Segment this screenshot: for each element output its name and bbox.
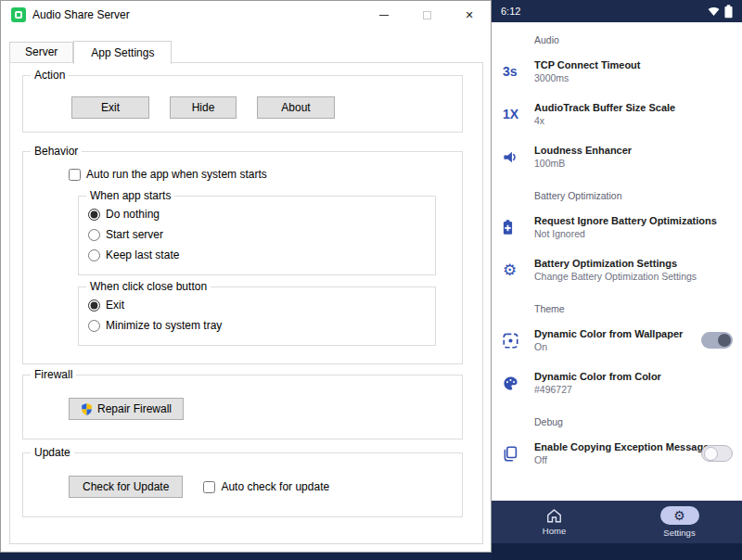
loudness-enhancer-item[interactable]: Loudness Enhancer 100mB	[492, 135, 742, 178]
minimize-button[interactable]	[363, 1, 405, 29]
section-header-theme: Theme	[492, 291, 742, 319]
behavior-group-label: Behavior	[31, 145, 82, 158]
android-settings-screen: 6:12 Audio 3s TCP Connect Timeout 3000ms…	[492, 0, 742, 560]
firewall-group: Firewall Repair Firewall	[22, 375, 463, 439]
item-title: Enable Copying Exception Message	[534, 441, 696, 452]
auto-check-update-label: Auto check for update	[221, 480, 329, 493]
item-title: TCP Connect Timeout	[534, 59, 733, 70]
item-subtitle: Off	[534, 454, 696, 465]
tab-bar: Server App Settings	[9, 40, 172, 63]
battery-icon	[503, 220, 534, 235]
check-for-update-button[interactable]: Check for Update	[69, 476, 183, 498]
nav-settings-label: Settings	[663, 528, 695, 538]
home-icon	[546, 508, 562, 523]
audiotrack-buffer-item[interactable]: 1X AudioTrack Buffer Size Scale 4x	[492, 93, 742, 135]
section-header-audio: Audio	[492, 22, 742, 50]
radio-close-exit-row[interactable]: Exit	[88, 299, 435, 312]
dynamic-color-color-item[interactable]: Dynamic Color from Color #496727	[492, 362, 742, 404]
window-title: Audio Share Server	[32, 8, 130, 21]
radio-start-server-row[interactable]: Start server	[88, 228, 435, 241]
auto-check-update-checkbox[interactable]	[203, 481, 215, 493]
radio-minimize-tray-label: Minimize to system tray	[106, 319, 222, 332]
settings-gear-icon: ⚙	[673, 509, 685, 522]
item-subtitle: #496727	[534, 384, 733, 395]
update-group: Update Check for Update Auto check for u…	[22, 452, 463, 517]
dynamic-wallpaper-text: Dynamic Color from Wallpaper On	[534, 328, 696, 352]
maximize-icon	[423, 11, 431, 19]
item-subtitle: Change Battery Optimization Settings	[534, 271, 733, 282]
action-group-label: Action	[31, 69, 69, 82]
exit-button[interactable]: Exit	[71, 96, 149, 119]
when-close-button-label: When click close button	[86, 280, 211, 293]
repair-firewall-button[interactable]: Repair Firewall	[69, 398, 184, 420]
palette-icon	[503, 375, 534, 391]
autorun-checkbox[interactable]	[69, 169, 81, 181]
nav-settings-pill: ⚙	[660, 506, 699, 525]
autorun-label: Auto run the app when system starts	[86, 168, 267, 181]
item-title: Dynamic Color from Wallpaper	[534, 328, 696, 339]
item-subtitle: 4x	[534, 115, 733, 126]
when-app-starts-group: When app starts Do nothing Start server …	[78, 196, 436, 275]
battery-optimization-settings-item[interactable]: ⚙ Battery Optimization Settings Change B…	[492, 248, 742, 291]
radio-do-nothing[interactable]	[88, 209, 100, 221]
dynamic-color-wallpaper-item[interactable]: Dynamic Color from Wallpaper On	[492, 319, 742, 362]
close-button[interactable]: ✕	[448, 1, 491, 29]
tcp-timeout-text: TCP Connect Timeout 3000ms	[534, 59, 733, 83]
item-subtitle: Not Ignored	[534, 228, 733, 239]
hide-button[interactable]: Hide	[170, 96, 237, 119]
tcp-connect-timeout-item[interactable]: 3s TCP Connect Timeout 3000ms	[492, 50, 742, 93]
item-title: Loudness Enhancer	[534, 145, 733, 156]
firewall-group-label: Firewall	[31, 368, 76, 381]
minimize-icon	[379, 15, 389, 16]
radio-do-nothing-label: Do nothing	[106, 208, 160, 221]
copy-exception-toggle[interactable]	[701, 445, 733, 462]
radio-minimize-tray-row[interactable]: Minimize to system tray	[88, 319, 435, 332]
radio-start-server[interactable]	[88, 229, 100, 241]
window-controls: ✕	[363, 1, 491, 29]
radio-do-nothing-row[interactable]: Do nothing	[88, 208, 435, 221]
radio-minimize-tray[interactable]	[88, 320, 100, 332]
status-time: 6:12	[501, 6, 520, 17]
nav-settings[interactable]: ⚙ Settings	[617, 501, 742, 543]
ignore-battery-text: Request Ignore Battery Optimizations Not…	[534, 215, 733, 239]
buffer-scale-text: AudioTrack Buffer Size Scale 4x	[534, 102, 733, 126]
dynamic-wallpaper-toggle[interactable]	[701, 332, 733, 349]
behavior-group: Behavior Auto run the app when system st…	[22, 151, 463, 364]
nav-home[interactable]: Home	[492, 501, 617, 543]
item-title: Battery Optimization Settings	[534, 258, 733, 269]
wifi-icon	[708, 6, 720, 17]
gesture-bar	[492, 543, 742, 560]
uac-shield-icon	[81, 402, 93, 416]
close-icon: ✕	[465, 9, 473, 21]
item-subtitle: 3000ms	[534, 72, 733, 83]
radio-start-server-label: Start server	[106, 228, 163, 241]
titlebar: Audio Share Server ✕	[1, 1, 491, 29]
settings-list: Audio 3s TCP Connect Timeout 3000ms 1X A…	[492, 22, 742, 501]
tab-server[interactable]: Server	[9, 42, 73, 62]
radio-keep-last-state-row[interactable]: Keep last state	[88, 248, 435, 261]
item-title: Request Ignore Battery Optimizations	[534, 215, 733, 226]
tcp-timeout-icon: 3s	[503, 64, 534, 79]
buffer-scale-icon: 1X	[503, 107, 534, 121]
copy-exception-item[interactable]: Enable Copying Exception Message Off	[492, 432, 742, 475]
app-settings-panel: Action Exit Hide About Behavior Auto run…	[9, 62, 483, 544]
about-button[interactable]: About	[257, 96, 335, 119]
status-battery-icon	[724, 5, 733, 19]
radio-close-exit[interactable]	[88, 299, 100, 312]
item-title: Dynamic Color from Color	[534, 371, 733, 382]
gear-icon: ⚙	[503, 262, 534, 278]
auto-check-update-row[interactable]: Auto check for update	[203, 480, 329, 493]
radio-keep-last-state[interactable]	[88, 249, 100, 261]
copy-exception-text: Enable Copying Exception Message Off	[534, 441, 696, 465]
item-title: AudioTrack Buffer Size Scale	[534, 102, 733, 113]
nav-home-label: Home	[543, 526, 566, 536]
repair-firewall-label: Repair Firewall	[97, 402, 172, 415]
radio-keep-last-state-label: Keep last state	[106, 248, 179, 261]
wallpaper-icon	[503, 333, 534, 349]
dynamic-color-text: Dynamic Color from Color #496727	[534, 371, 733, 395]
audio-share-server-window: Audio Share Server ✕ Server App Settings…	[0, 0, 492, 553]
tab-app-settings[interactable]: App Settings	[73, 41, 172, 64]
ignore-battery-optimizations-item[interactable]: Request Ignore Battery Optimizations Not…	[492, 206, 742, 248]
autorun-checkbox-row[interactable]: Auto run the app when system starts	[69, 168, 462, 181]
radio-close-exit-label: Exit	[106, 299, 124, 312]
